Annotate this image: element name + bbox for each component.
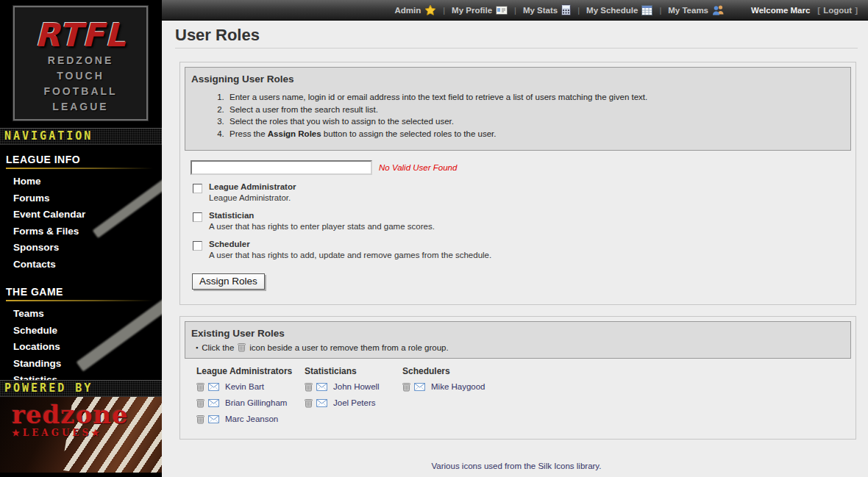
logo-line: REDZONE <box>15 53 146 68</box>
redzone-logo-subtitle: ★LEAGUES★ <box>12 428 162 438</box>
topbar-link-my-teams[interactable]: My Teams <box>668 4 725 15</box>
user-name-link[interactable]: Joel Peters <box>333 398 376 407</box>
statistician-checkbox[interactable] <box>193 212 202 222</box>
topbar-link-label: My Profile <box>452 6 492 15</box>
sidebar-item-teams[interactable]: Teams <box>0 306 162 323</box>
user-name-link[interactable]: Brian Gillingham <box>225 398 287 407</box>
assigning-user-roles-section: Assigning User Roles Enter a users name,… <box>179 62 856 305</box>
sidebar-nav: LEAGUE INFO Home Forums Event Calendar F… <box>0 145 162 380</box>
trash-icon <box>238 342 246 352</box>
email-user-icon[interactable] <box>414 383 425 391</box>
instruction-item: Press the Assign Roles button to assign … <box>227 128 843 140</box>
footer-line: Various icons used from the Silk Icons l… <box>175 462 858 470</box>
remove-user-trash-icon[interactable] <box>196 398 204 408</box>
user-name-link[interactable]: Mike Haygood <box>431 382 485 391</box>
separator: | <box>577 6 580 15</box>
sidebar-item-locations[interactable]: Locations <box>0 339 162 356</box>
sidebar-item-forums[interactable]: Forums <box>0 190 162 207</box>
topbar-link-my-schedule[interactable]: My Schedule <box>586 5 652 15</box>
assigning-heading: Assigning User Roles <box>191 73 843 85</box>
main-content: User Roles Assigning User Roles Enter a … <box>162 21 868 477</box>
logo-line: LEAGUE <box>15 99 146 115</box>
powered-by-band: POWERED BY <box>0 380 162 397</box>
no-valid-user-message: No Valid User Found <box>379 163 457 172</box>
user-name-link[interactable]: Marc Jeanson <box>225 415 278 423</box>
topbar-link-label: My Stats <box>523 6 558 15</box>
remove-user-trash-icon[interactable] <box>305 382 313 392</box>
section-underline <box>6 300 153 301</box>
instruction-bold-text: Assign Roles <box>268 129 321 138</box>
topbar-link-label: My Teams <box>668 6 708 15</box>
topbar-link-admin[interactable]: Admin <box>394 4 436 16</box>
assigning-instructions-box: Assigning User Roles Enter a users name,… <box>185 67 851 151</box>
sidebar-item-contacts[interactable]: Contacts <box>0 257 162 273</box>
group-statisticians: Statisticians John Howell Joel Peters <box>305 366 402 427</box>
sidebar-item-home[interactable]: Home <box>0 173 162 190</box>
league-administrator-checkbox[interactable] <box>193 184 202 193</box>
logout-link[interactable]: Logout <box>823 6 852 15</box>
sidebar-item-sponsors[interactable]: Sponsors <box>0 240 162 257</box>
email-user-icon[interactable] <box>316 399 327 407</box>
sidebar-section-title-league-info: LEAGUE INFO <box>0 145 162 168</box>
existing-heading: Existing User Roles <box>191 328 843 339</box>
sidebar-section-title-the-game: THE GAME <box>0 273 162 300</box>
calculator-icon <box>561 4 571 15</box>
role-option-statistician: Statistician A user that has rights to e… <box>191 210 851 232</box>
user-name-link[interactable]: John Howell <box>333 382 380 391</box>
user-row: Kevin Bart <box>196 379 305 395</box>
existing-user-roles-section: Existing User Roles ▪ Click the icon bes… <box>179 316 856 440</box>
user-row: John Howell <box>305 379 402 395</box>
calendar-icon <box>641 5 652 15</box>
role-description: A user that has rights to enter player s… <box>209 221 435 232</box>
group-icon <box>712 4 725 15</box>
assign-roles-button[interactable]: Assign Roles <box>192 273 265 290</box>
group-schedulers: Schedulers Mike Haygood <box>402 366 485 427</box>
topbar-link-my-profile[interactable]: My Profile <box>452 6 508 15</box>
group-league-administrators: League Administrators Kevin Bart Brian G… <box>196 366 305 427</box>
navigation-band: NAVIGATION <box>0 128 162 145</box>
sidebar-item-standings[interactable]: Standings <box>0 356 162 373</box>
user-search-row: No Valid User Found <box>191 160 851 175</box>
role-description: League Administrator. <box>209 193 296 204</box>
rtfl-logo[interactable]: RTFL REDZONE TOUCH FOOTBALL LEAGUE <box>13 6 148 121</box>
page-footer: Various icons used from the Silk Icons l… <box>175 462 858 477</box>
topbar: Admin | My Profile | My Stats | My Sched… <box>162 0 868 21</box>
email-user-icon[interactable] <box>208 399 219 407</box>
role-name: Scheduler <box>209 239 491 250</box>
existing-roles-header-box: Existing User Roles ▪ Click the icon bes… <box>185 321 851 359</box>
redzone-logo-title: redzone <box>12 401 162 428</box>
user-name-link[interactable]: Kevin Bart <box>225 382 264 391</box>
remove-user-trash-icon[interactable] <box>196 382 204 392</box>
logo-line: FOOTBALL <box>15 84 146 99</box>
scheduler-checkbox[interactable] <box>193 241 202 251</box>
remove-role-note: ▪ Click the icon beside a user to remove… <box>191 342 843 352</box>
group-title: Schedulers <box>402 366 485 376</box>
logo-line: TOUCH <box>15 68 146 84</box>
bullet: ▪ <box>196 344 198 351</box>
sidebar-item-schedule[interactable]: Schedule <box>0 323 162 340</box>
email-user-icon[interactable] <box>208 383 219 391</box>
instruction-item: Select a user from the search result lis… <box>227 104 843 116</box>
instruction-text: button to assign the selected roles to t… <box>321 129 497 138</box>
remove-user-trash-icon[interactable] <box>402 382 410 392</box>
remove-user-trash-icon[interactable] <box>196 415 204 424</box>
bracket: [ <box>817 6 820 15</box>
redzone-leagues-logo[interactable]: redzone ★LEAGUES★ <box>0 397 162 438</box>
user-search-input[interactable] <box>191 160 372 175</box>
email-user-icon[interactable] <box>316 383 327 391</box>
email-user-icon[interactable] <box>208 415 219 423</box>
topbar-link-my-stats[interactable]: My Stats <box>523 4 571 15</box>
sidebar-item-forms-files[interactable]: Forms & Files <box>0 223 162 240</box>
role-text: Scheduler A user that has rights to add,… <box>209 239 491 261</box>
logo-title: RTFL <box>15 18 146 53</box>
sidebar-item-event-calendar[interactable]: Event Calendar <box>0 207 162 223</box>
separator: | <box>659 6 661 15</box>
remove-user-trash-icon[interactable] <box>305 398 313 408</box>
role-option-league-administrator: League Administrator League Administrato… <box>191 182 851 204</box>
sidebar-item-statistics[interactable]: Statistics <box>0 372 162 380</box>
sidebar: RTFL REDZONE TOUCH FOOTBALL LEAGUE NAVIG… <box>0 0 162 477</box>
user-row: Brian Gillingham <box>196 395 305 411</box>
assign-roles-form: No Valid User Found League Administrator… <box>185 160 851 300</box>
topbar-link-label: Admin <box>394 6 421 15</box>
page-title: User Roles <box>175 26 858 49</box>
